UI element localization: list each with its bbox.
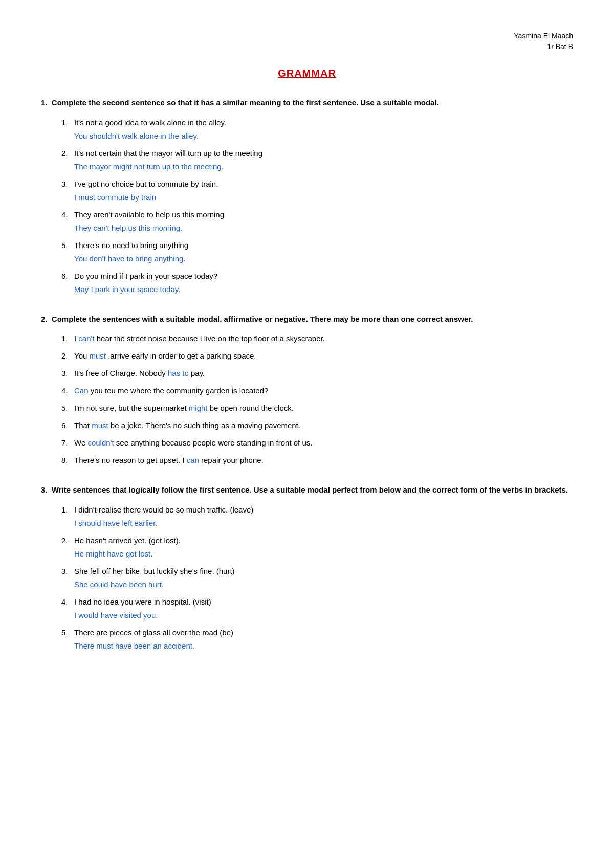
answer-text: She could have been hurt.	[74, 578, 573, 591]
list-item: It's free of Charge. Nobody has to pay.	[61, 367, 573, 380]
list-item: They aren't available to help us this mo…	[61, 209, 573, 234]
student-class: 1r Bat B	[41, 41, 573, 52]
sentence-text: Can you teu me where the community garde…	[74, 386, 268, 395]
list-item: I've got no choice but to commute by tra…	[61, 178, 573, 204]
sentence-text: You must .arrive early in order to get a…	[74, 351, 256, 360]
list-item: There's no need to bring anything You do…	[61, 239, 573, 265]
list-item: Do you mind if I park in your space toda…	[61, 270, 573, 296]
section-1-title: 1. Complete the second sentence so that …	[41, 97, 573, 109]
list-item: Can you teu me where the community garde…	[61, 385, 573, 397]
question-text: There are pieces of glass all over the r…	[74, 628, 233, 637]
question-text: It's not certain that the mayor will tur…	[74, 149, 262, 158]
answer-text: I must commute by train	[74, 191, 573, 204]
question-text: Do you mind if I park in your space toda…	[74, 272, 217, 280]
answer-text: I would have visited you.	[74, 609, 573, 621]
sentence-text: I can't hear the street noise because I …	[74, 334, 325, 343]
sentence-text: There's no reason to get upset. I can re…	[74, 456, 264, 464]
section-3: 3. Write sentences that logically follow…	[41, 484, 573, 652]
question-text: He hasn't arrived yet. (get lost).	[74, 536, 181, 545]
list-item: There's no reason to get upset. I can re…	[61, 454, 573, 466]
question-text: I had no idea you were in hospital. (vis…	[74, 597, 211, 606]
sentence-text: It's free of Charge. Nobody has to pay.	[74, 369, 205, 377]
answer-text: There must have been an accident.	[74, 640, 573, 652]
list-item: I can't hear the street noise because I …	[61, 332, 573, 345]
list-item: That must be a joke. There's no such thi…	[61, 419, 573, 432]
page-title: GRAMMAR	[41, 68, 573, 79]
question-text: It's not a good idea to walk alone in th…	[74, 118, 226, 127]
sentence-text: I'm not sure, but the supermarket might …	[74, 404, 294, 412]
list-item: He hasn't arrived yet. (get lost). He mi…	[61, 535, 573, 560]
list-item: I'm not sure, but the supermarket might …	[61, 402, 573, 414]
section-2-title: 2. Complete the sentences with a suitabl…	[41, 314, 573, 325]
list-item: It's not certain that the mayor will tur…	[61, 147, 573, 173]
answer-text: You shouldn't walk alone in the alley.	[74, 130, 573, 142]
answer-text: I should have left earlier.	[74, 517, 573, 529]
section-3-list: I didn't realise there would be so much …	[41, 504, 573, 652]
section-3-title: 3. Write sentences that logically follow…	[41, 484, 573, 496]
answer-text: They can't help us this morning.	[74, 222, 573, 234]
list-item: We couldn't see anything because people …	[61, 437, 573, 449]
sentence-text: That must be a joke. There's no such thi…	[74, 421, 300, 430]
section-1: 1. Complete the second sentence so that …	[41, 97, 573, 296]
question-text: She fell off her bike, but luckily she's…	[74, 567, 235, 575]
answer-text: He might have got lost.	[74, 548, 573, 560]
answer-text: You don't have to bring anything.	[74, 253, 573, 265]
question-text: I've got no choice but to commute by tra…	[74, 180, 218, 188]
question-text: They aren't available to help us this mo…	[74, 210, 224, 219]
section-1-list: It's not a good idea to walk alone in th…	[41, 117, 573, 296]
answer-text: The mayor might not turn up to the meeti…	[74, 161, 573, 173]
student-name: Yasmina El Maach	[41, 31, 573, 41]
section-2-list: I can't hear the street noise because I …	[41, 332, 573, 466]
header-info: Yasmina El Maach 1r Bat B	[41, 31, 573, 52]
section-2: 2. Complete the sentences with a suitabl…	[41, 314, 573, 467]
sentence-text: We couldn't see anything because people …	[74, 438, 312, 447]
list-item: She fell off her bike, but luckily she's…	[61, 565, 573, 591]
list-item: You must .arrive early in order to get a…	[61, 350, 573, 362]
list-item: I had no idea you were in hospital. (vis…	[61, 596, 573, 621]
question-text: There's no need to bring anything	[74, 241, 188, 250]
list-item: It's not a good idea to walk alone in th…	[61, 117, 573, 142]
question-text: I didn't realise there would be so much …	[74, 505, 253, 514]
list-item: I didn't realise there would be so much …	[61, 504, 573, 529]
list-item: There are pieces of glass all over the r…	[61, 627, 573, 652]
answer-text: May I park in your space today.	[74, 283, 573, 296]
